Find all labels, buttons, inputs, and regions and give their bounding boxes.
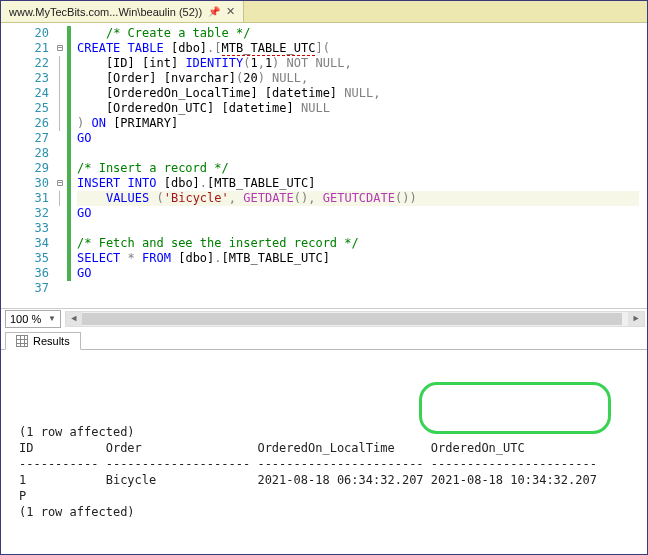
code-line[interactable]: /* Create a table */ [77,26,647,41]
fold-guide [59,56,66,71]
sql-editor-window: www.MyTecBits.com...Win\beaulin (52)) 📌 … [0,0,648,555]
line-number: 33 [1,221,49,236]
fold-guide [53,161,67,176]
code-editor[interactable]: 202122232425262728293031323334353637 ⊟⊟ … [1,23,647,308]
line-number: 24 [1,86,49,101]
line-number: 30 [1,176,49,191]
line-number: 29 [1,161,49,176]
results-text: (1 row affected) ID Order OrderedOn_Loca… [19,408,639,554]
code-surface[interactable]: /* Create a table */CREATE TABLE [dbo].[… [71,23,647,308]
pin-icon[interactable]: 📌 [208,6,220,17]
editor-footer-row: 100 % ▼ ◄ ► [1,308,647,328]
fold-toggle-icon[interactable]: ⊟ [53,176,67,191]
line-number: 27 [1,131,49,146]
tab-title: www.MyTecBits.com...Win\beaulin (52)) [9,6,202,18]
chevron-down-icon: ▼ [48,314,56,323]
zoom-value: 100 % [10,313,41,325]
scroll-left-button[interactable]: ◄ [66,312,82,326]
code-line[interactable] [77,281,647,296]
results-text-output[interactable]: (1 row affected) ID Order OrderedOn_Loca… [1,350,647,554]
line-number: 21 [1,41,49,56]
code-line[interactable] [77,221,647,236]
code-line[interactable]: INSERT INTO [dbo].[MTB_TABLE_UTC] [77,176,647,191]
line-number: 35 [1,251,49,266]
line-number: 36 [1,266,49,281]
fold-guide [53,221,67,236]
line-number: 22 [1,56,49,71]
line-number: 34 [1,236,49,251]
fold-guide [59,71,66,86]
code-line[interactable]: GO [77,131,647,146]
code-line[interactable]: VALUES ('Bicycle', GETDATE(), GETUTCDATE… [77,191,639,206]
line-number: 32 [1,206,49,221]
code-line[interactable]: GO [77,266,647,281]
scroll-right-button[interactable]: ► [628,312,644,326]
line-number: 23 [1,71,49,86]
fold-guide [53,131,67,146]
horizontal-scrollbar[interactable]: ◄ ► [65,311,645,327]
code-line[interactable]: ) ON [PRIMARY] [77,116,647,131]
zoom-dropdown[interactable]: 100 % ▼ [5,310,61,328]
fold-guide [53,281,67,296]
code-line[interactable]: /* Insert a record */ [77,161,647,176]
line-number: 31 [1,191,49,206]
fold-guide [53,146,67,161]
code-line[interactable]: [OrderedOn_LocalTime] [datetime] NULL, [77,86,647,101]
results-tab-label: Results [33,335,70,347]
code-line[interactable]: [Order] [nvarchar](20) NULL, [77,71,647,86]
line-number: 20 [1,26,49,41]
line-number-gutter: 202122232425262728293031323334353637 [1,23,53,308]
fold-guide [53,266,67,281]
fold-guide [53,26,67,41]
scrollbar-thumb[interactable] [82,313,622,325]
line-number: 26 [1,116,49,131]
fold-toggle-icon[interactable]: ⊟ [53,41,67,56]
results-tabbar: Results [1,328,647,350]
fold-guide [53,236,67,251]
line-number: 37 [1,281,49,296]
code-line[interactable]: GO [77,206,647,221]
code-line[interactable]: /* Fetch and see the inserted record */ [77,236,647,251]
fold-guide [53,251,67,266]
fold-guide [59,86,66,101]
fold-guide [59,191,66,206]
code-line[interactable]: [ID] [int] IDENTITY(1,1) NOT NULL, [77,56,647,71]
fold-guide [53,206,67,221]
grid-icon [16,335,28,347]
fold-guide [59,101,66,116]
document-tab-active[interactable]: www.MyTecBits.com...Win\beaulin (52)) 📌 … [1,1,244,22]
code-line[interactable]: SELECT * FROM [dbo].[MTB_TABLE_UTC] [77,251,647,266]
code-line[interactable]: [OrderedOn_UTC] [datetime] NULL [77,101,647,116]
results-tab[interactable]: Results [5,332,81,350]
tabbar-empty-area [244,1,647,22]
code-line[interactable] [77,146,647,161]
document-tabbar: www.MyTecBits.com...Win\beaulin (52)) 📌 … [1,1,647,23]
fold-guide [59,116,66,131]
code-line[interactable]: CREATE TABLE [dbo].[MTB_TABLE_UTC]( [77,41,647,56]
close-icon[interactable]: ✕ [226,5,235,18]
fold-column[interactable]: ⊟⊟ [53,23,67,308]
line-number: 28 [1,146,49,161]
line-number: 25 [1,101,49,116]
